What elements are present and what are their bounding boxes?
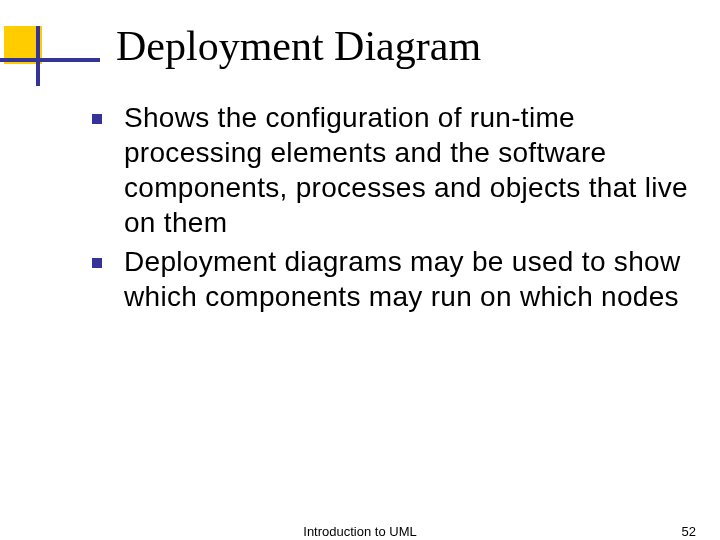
page-number: 52	[682, 524, 696, 539]
bullet-square-icon	[92, 258, 102, 268]
bullet-item: Deployment diagrams may be used to show …	[92, 244, 690, 314]
bullet-text: Shows the configuration of run-time proc…	[124, 100, 690, 240]
bullet-item: Shows the configuration of run-time proc…	[92, 100, 690, 240]
decoration-horizontal-line	[0, 58, 100, 62]
slide-content: Shows the configuration of run-time proc…	[92, 100, 690, 318]
bullet-square-icon	[92, 114, 102, 124]
bullet-text: Deployment diagrams may be used to show …	[124, 244, 690, 314]
slide-title: Deployment Diagram	[116, 22, 481, 70]
decoration-vertical-line	[36, 26, 40, 86]
slide-corner-decoration	[0, 26, 100, 86]
footer-title: Introduction to UML	[303, 524, 416, 539]
